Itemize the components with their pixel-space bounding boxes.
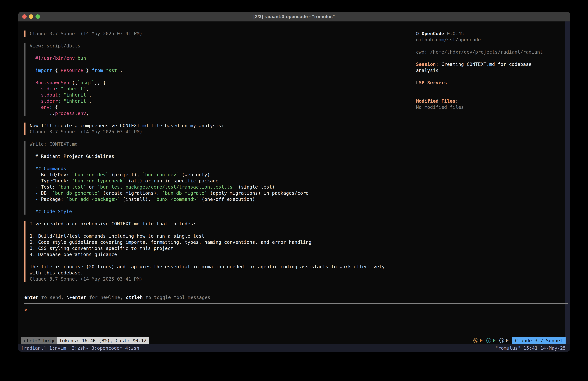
assistant-message-block: Now I'll create a comprehensive CONTEXT.… [24,123,418,135]
minimize-button[interactable] [29,14,33,19]
terminal-window: [2/3] radiant:3:opencode - "romulus" Cla… [18,12,570,352]
status-right-cluster: ⓦ 0 ⓘ 0 ⓗ 0 Claude 3.7 Sonnet [473,337,566,344]
hint-icon: ⓗ [499,337,504,344]
tokens-cost-chip: Tokens: 16.4K (8%), Cost: $0.12 [57,337,149,344]
warning-icon: ⓦ [473,337,478,344]
prompt-line: > [24,307,418,313]
message-header-block: Claude 3.7 Sonnet (14 May 2025 03:41 PM) [24,30,418,37]
hint-counter: ⓗ 0 [499,337,509,344]
traffic-lights [22,14,40,19]
keybinding-hint-bar: enter to send, \+enter for newline, ctrl… [24,294,418,300]
tool-call-write-block: Write: CONTEXT.md # Radiant Project Guid… [24,141,418,215]
info-icon: ⓘ [486,337,491,344]
info-count: 0 [493,338,496,343]
window-titlebar: [2/3] radiant:3:opencode - "romulus" [18,12,570,22]
tool-call-view-block: View: script/db.ts #!/usr/bin/env bun im… [24,43,418,116]
assistant-summary-block: I've created a comprehensive CONTEXT.md … [24,221,418,282]
zoom-button[interactable] [36,14,40,19]
info-counter: ⓘ 0 [486,337,496,344]
warning-counter: ⓦ 0 [473,337,483,344]
chat-log: Claude 3.7 Sonnet (14 May 2025 03:41 PM)… [24,30,418,313]
message-input[interactable] [30,307,418,313]
tmux-host-clock: "romulus" 15:41 14-May-25 [495,345,570,351]
tmux-window-list[interactable]: [radiant] 1:nvim 2:zsh- 3:opencode* 4:zs… [18,345,139,351]
warning-count: 0 [480,338,483,343]
window-title: [2/3] radiant:3:opencode - "romulus" [253,14,335,19]
input-divider [24,303,568,304]
help-chip[interactable]: ctrl+? help [21,337,57,344]
terminal-content: Claude 3.7 Sonnet (14 May 2025 03:41 PM)… [18,22,570,352]
close-button[interactable] [22,14,27,19]
session-sidebar: © OpenCode 0.0.45github.com/sst/opencode… [416,30,566,110]
status-bar: ctrl+? help Tokens: 16.4K (8%), Cost: $0… [18,337,570,344]
prompt-caret: > [24,307,30,313]
model-badge[interactable]: Claude 3.7 Sonnet [512,337,566,344]
tmux-status-bar: [radiant] 1:nvim 2:zsh- 3:opencode* 4:zs… [18,344,570,352]
hint-count: 0 [506,338,509,343]
